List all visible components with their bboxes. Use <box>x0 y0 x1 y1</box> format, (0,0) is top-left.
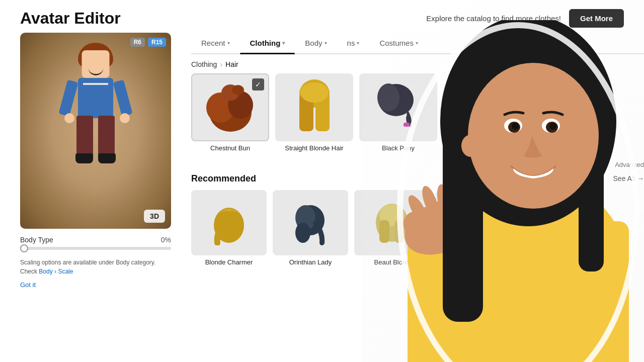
avatar-preview: R6 R15 3 <box>20 33 171 229</box>
hair-items-grid: ✓ Chestnut Bun <box>191 73 644 153</box>
orinthian-lady-svg <box>288 200 333 245</box>
main-layout: R6 R15 3 <box>0 33 644 357</box>
svg-point-8 <box>300 82 329 103</box>
body-chevron: ▾ <box>325 40 327 46</box>
rec-blonde-charmer-label: Blonde Charmer <box>191 258 267 267</box>
rec-beaut-blond-label: Beaut Blond <box>354 258 430 267</box>
clothing-chevron: ▾ <box>282 40 285 46</box>
tabs-bar: Recent ▾ Clothing ▾ Body ▾ ns ▾ Costumes… <box>191 33 644 54</box>
recommended-header: Recommended See All → <box>191 173 644 184</box>
got-it-button[interactable]: Got it <box>20 281 36 289</box>
avatar-hand-left <box>64 113 74 123</box>
item-chestnut-bun-label: Chestnut Bun <box>191 144 269 153</box>
chestnut-bun-svg <box>203 80 258 135</box>
rec-orinthian-lady[interactable]: Orinthian Lady <box>273 190 348 267</box>
recommended-section: Recommended See All → Blonde Charmer <box>191 173 644 267</box>
avatar-shirt-stripe <box>83 83 108 85</box>
svg-rect-11 <box>404 123 410 127</box>
avatar-hand-right <box>120 113 130 123</box>
tab-ns[interactable]: ns ▾ <box>337 33 370 53</box>
body-type-section: Body Type 0% <box>20 236 171 250</box>
item-chestnut-bun-image: ✓ <box>191 73 269 141</box>
body-type-value: 0% <box>161 236 171 244</box>
body-type-label: Body Type <box>20 236 53 244</box>
selected-checkmark: ✓ <box>252 78 264 90</box>
rec-orinthian-lady-image <box>273 190 348 255</box>
avatar-figure <box>55 50 136 211</box>
svg-point-10 <box>377 83 399 112</box>
rec-kstar-side-label: k Star th Side <box>436 258 511 267</box>
3d-badge[interactable]: 3D <box>144 210 165 223</box>
rec-kstar-side-image <box>436 190 511 255</box>
svg-point-4 <box>232 85 244 95</box>
rec-orinthian-lady-label: Orinthian Lady <box>273 258 348 267</box>
rec-kstar-side[interactable]: k Star th Side <box>436 190 511 267</box>
ns-chevron: ▾ <box>357 40 359 46</box>
item-blonde-hair-image <box>275 73 353 141</box>
scaling-note: Scaling options are available under Body… <box>20 258 171 276</box>
svg-rect-18 <box>379 220 389 243</box>
body-type-slider[interactable] <box>20 247 171 250</box>
beaut-blond-svg <box>369 200 415 245</box>
tab-recent[interactable]: Recent ▾ <box>191 33 240 53</box>
rec-blonde-charmer-image <box>191 190 267 255</box>
avatar-badges: R6 R15 <box>130 38 166 47</box>
recent-chevron: ▾ <box>227 40 230 46</box>
kstar-side-svg <box>451 200 496 245</box>
item-black-pony-label: Black Pony <box>359 144 437 153</box>
rec-beaut-blond[interactable]: Beaut Blond <box>354 190 430 267</box>
breadcrumb-separator: › <box>220 60 222 68</box>
r6-badge: R6 <box>130 38 145 47</box>
promo-text: Explore the catalog to find more clothes… <box>426 14 561 23</box>
avatar-arm-right <box>113 79 132 116</box>
body-scale-link[interactable]: Body › Scale <box>39 268 73 275</box>
costumes-chevron: ▾ <box>416 40 418 46</box>
tab-clothing[interactable]: Clothing ▾ <box>240 33 295 53</box>
avatar-head <box>82 50 110 78</box>
avatar-arm-left <box>58 79 78 116</box>
blonde-hair-svg <box>292 78 337 136</box>
breadcrumb: Clothing › Hair <box>191 54 644 73</box>
avatar-shoe-right <box>98 153 116 163</box>
left-panel: R6 R15 3 <box>20 33 181 357</box>
body-type-row: Body Type 0% <box>20 236 171 244</box>
header: Avatar Editor Explore the catalog to fin… <box>0 0 644 33</box>
avatar-leg-right <box>98 116 115 156</box>
advanced-row: Advanced <box>191 161 644 173</box>
see-all-link[interactable]: See All → <box>613 174 644 183</box>
black-pony-svg <box>373 80 424 135</box>
item-blonde-hair[interactable]: Straight Blonde Hair <box>275 73 353 153</box>
avatar-shoe-left <box>75 153 93 163</box>
item-blonde-hair-label: Straight Blonde Hair <box>275 144 353 153</box>
blonde-charmer-svg <box>206 200 252 245</box>
recommended-grid: Blonde Charmer Orinthian Lady <box>191 190 644 267</box>
rec-beaut-blond-image <box>354 190 430 255</box>
tab-body[interactable]: Body ▾ <box>295 33 337 53</box>
rec-blonde-charmer[interactable]: Blonde Charmer <box>191 190 267 267</box>
breadcrumb-parent[interactable]: Clothing <box>191 60 217 68</box>
svg-rect-19 <box>394 220 405 243</box>
get-more-button[interactable]: Get More <box>569 9 624 28</box>
avatar-leg-left <box>76 116 93 156</box>
avatar-smile <box>88 68 103 75</box>
breadcrumb-current: Hair <box>225 60 238 68</box>
avatar-body <box>78 78 113 118</box>
header-right: Explore the catalog to find more clothes… <box>426 9 624 28</box>
item-black-pony[interactable]: Black Pony <box>359 73 437 153</box>
page-title: Avatar Editor <box>20 9 121 28</box>
item-black-pony-image <box>359 73 437 141</box>
tab-costumes[interactable]: Costumes ▾ <box>369 33 428 53</box>
advanced-link[interactable]: Advanced <box>615 161 644 168</box>
r15-badge: R15 <box>148 38 166 47</box>
right-panel: Recent ▾ Clothing ▾ Body ▾ ns ▾ Costumes… <box>181 33 644 357</box>
svg-point-15 <box>295 223 310 243</box>
slider-thumb[interactable] <box>20 244 28 252</box>
recommended-title: Recommended <box>191 173 256 184</box>
item-chestnut-bun[interactable]: ✓ Chestnut Bun <box>191 73 269 153</box>
